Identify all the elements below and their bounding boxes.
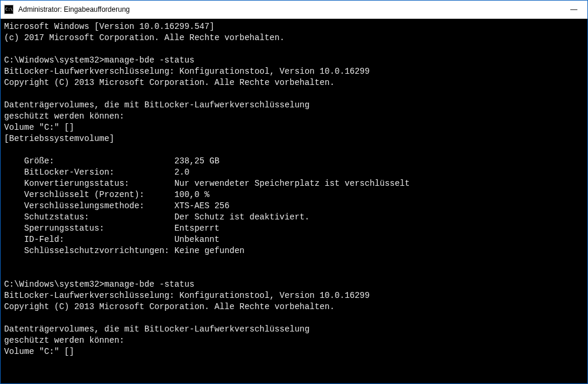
minimize-icon: — — [570, 5, 577, 14]
titlebar[interactable]: C:\ Administrator: Eingabeaufforderung — — [1, 1, 587, 19]
cmd-window: C:\ Administrator: Eingabeaufforderung —… — [0, 0, 588, 384]
volume-label-2: Volume "C:" [] — [4, 346, 586, 357]
field-keyprot: Schlüsselschutzvorrichtungen: Keine gefu… — [4, 245, 586, 257]
field-size: Größe: 238,25 GB — [4, 156, 586, 167]
command-text: manage-bde -status — [104, 280, 194, 289]
prompt-path: C:\Windows\system32> — [4, 280, 104, 289]
field-lock-status: Sperrungsstatus: Entsperrt — [4, 223, 586, 234]
tool-copyright-line: Copyright (C) 2013 Microsoft Corporation… — [4, 77, 586, 88]
cmd-icon: C:\ — [4, 5, 14, 14]
window-title: Administrator: Eingabeaufforderung — [18, 5, 560, 14]
svg-text:C:\: C:\ — [5, 7, 13, 12]
field-enc-method: Verschlüsselungsmethode: XTS-AES 256 — [4, 201, 586, 212]
os-version-line: Microsoft Windows [Version 10.0.16299.54… — [4, 21, 586, 32]
os-copyright-line: (c) 2017 Microsoft Corporation. Alle Rec… — [4, 32, 586, 44]
volumes-intro-2: geschützt werden können: — [4, 111, 586, 122]
field-conv: Konvertierungsstatus: Nur verwendeter Sp… — [4, 178, 586, 189]
window-controls: — — [560, 1, 587, 18]
volume-type: [Betriebssystemvolume] — [4, 133, 586, 145]
tool-header-line-2: BitLocker-Laufwerkverschlüsselung: Konfi… — [4, 290, 586, 301]
volumes-intro-1: Datenträgervolumes, die mit BitLocker-La… — [4, 100, 586, 111]
prompt-line-2: C:\Windows\system32>manage-bde -status — [4, 279, 586, 290]
volumes-intro-1b: Datenträgervolumes, die mit BitLocker-La… — [4, 324, 586, 335]
command-text: manage-bde -status — [104, 55, 194, 65]
minimize-button[interactable]: — — [560, 1, 587, 18]
field-prot-status: Schutzstatus: Der Schutz ist deaktiviert… — [4, 212, 586, 223]
volume-label: Volume "C:" [] — [4, 122, 586, 133]
prompt-line-1: C:\Windows\system32>manage-bde -status — [4, 55, 586, 66]
prompt-path: C:\Windows\system32> — [4, 55, 104, 65]
field-enc-pct: Verschlüsselt (Prozent): 100,0 % — [4, 189, 586, 201]
volumes-intro-2b: geschützt werden können: — [4, 335, 586, 346]
tool-copyright-line-2: Copyright (C) 2013 Microsoft Corporation… — [4, 301, 586, 313]
field-id: ID-Feld: Unbekannt — [4, 234, 586, 245]
field-version: BitLocker-Version: 2.0 — [4, 167, 586, 178]
tool-header-line: BitLocker-Laufwerkverschlüsselung: Konfi… — [4, 66, 586, 77]
terminal-output[interactable]: Microsoft Windows [Version 10.0.16299.54… — [1, 19, 587, 383]
